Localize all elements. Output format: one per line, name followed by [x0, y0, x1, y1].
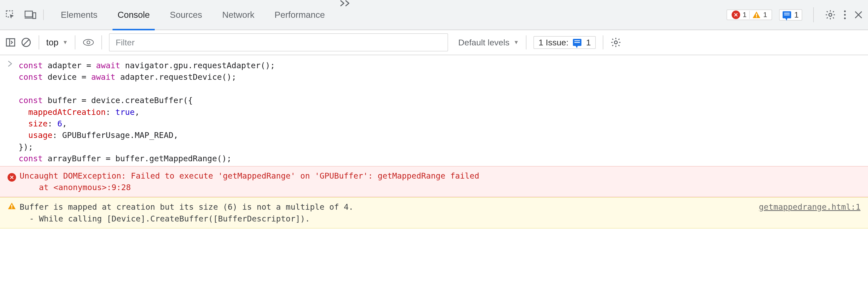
- toggle-sidebar-icon[interactable]: [5, 37, 16, 48]
- execution-context-select[interactable]: top ▼: [46, 37, 68, 47]
- svg-point-7: [844, 10, 846, 12]
- tab-label: Elements: [61, 10, 97, 20]
- svg-rect-18: [11, 207, 12, 208]
- filter-input[interactable]: [109, 33, 448, 52]
- levels-label: Default levels: [458, 38, 509, 47]
- more-tabs-button[interactable]: [335, 0, 356, 30]
- chevron-down-icon: ▼: [63, 39, 68, 46]
- divider: [603, 35, 603, 49]
- devtools-tabbar: Elements Console Sources Network Perform…: [0, 0, 868, 30]
- message-icon: [573, 39, 582, 46]
- console-warning-row[interactable]: Buffer is mapped at creation but its siz…: [0, 197, 868, 229]
- error-line1: Uncaught DOMException: Failed to execute…: [20, 171, 479, 180]
- message-icon: [783, 11, 791, 18]
- svg-rect-4: [756, 13, 757, 16]
- divider: [75, 35, 75, 49]
- log-levels-select[interactable]: Default levels ▼: [458, 38, 519, 47]
- console-prompt-row[interactable]: const adapter = await navigator.gpu.requ…: [0, 60, 868, 166]
- context-label: top: [46, 37, 59, 47]
- tab-performance[interactable]: Performance: [265, 0, 335, 30]
- svg-point-6: [829, 13, 832, 16]
- tab-label: Network: [222, 10, 254, 20]
- svg-line-13: [23, 40, 29, 45]
- settings-icon[interactable]: [825, 9, 836, 20]
- clear-console-icon[interactable]: [21, 37, 32, 48]
- error-icon: [7, 170, 20, 182]
- error-badge-icon: [732, 10, 740, 19]
- tab-sources[interactable]: Sources: [160, 0, 212, 30]
- live-expression-icon[interactable]: [82, 38, 94, 47]
- prompt-chevron-icon: [7, 60, 19, 67]
- inspect-element-icon[interactable]: [5, 9, 16, 20]
- console-body: const adapter = await navigator.gpu.requ…: [0, 55, 868, 229]
- divider: [39, 35, 39, 49]
- divider: [813, 7, 814, 22]
- tabbar-right-group: 1 1 1: [726, 7, 863, 22]
- svg-rect-3: [33, 13, 36, 19]
- device-toolbar-icon[interactable]: [25, 9, 36, 20]
- console-settings-icon[interactable]: [610, 37, 621, 48]
- svg-point-9: [844, 18, 846, 19]
- tab-label: Sources: [170, 10, 202, 20]
- message-counts-pill[interactable]: 1 1: [726, 9, 772, 20]
- tab-network[interactable]: Network: [212, 0, 265, 30]
- svg-point-15: [87, 41, 90, 44]
- issues-count: 1: [586, 38, 591, 47]
- svg-rect-1: [25, 11, 33, 17]
- warning-source-link[interactable]: getmappedrange.html:1: [759, 201, 861, 213]
- warn-line2: - While calling [Device].CreateBuffer([B…: [20, 214, 310, 224]
- divider: [101, 35, 102, 49]
- warning-icon: [7, 201, 20, 210]
- issues-label: 1 Issue:: [538, 38, 568, 47]
- tab-elements[interactable]: Elements: [51, 0, 107, 30]
- info-count-pill[interactable]: 1: [779, 9, 802, 21]
- tab-label: Performance: [275, 10, 325, 20]
- warning-badge-icon: [752, 11, 761, 19]
- kebab-menu-icon[interactable]: [843, 9, 847, 20]
- svg-rect-17: [11, 205, 12, 207]
- svg-point-16: [614, 41, 617, 44]
- console-toolbar: top ▼ Default levels ▼ 1 Issue: 1: [0, 30, 868, 55]
- info-count: 1: [794, 10, 799, 20]
- svg-rect-5: [756, 16, 757, 17]
- tabbar-left-icon-group: [5, 9, 44, 20]
- svg-point-8: [844, 14, 846, 16]
- issues-pill[interactable]: 1 Issue: 1: [533, 36, 596, 49]
- tab-console[interactable]: Console: [107, 0, 160, 30]
- console-error-row[interactable]: Uncaught DOMException: Failed to execute…: [0, 166, 868, 197]
- warning-text: Buffer is mapped at creation but its siz…: [20, 201, 353, 225]
- warn-line1: Buffer is mapped at creation but its siz…: [20, 202, 353, 212]
- console-input-code: const adapter = await navigator.gpu.requ…: [19, 60, 275, 165]
- chevron-down-icon: ▼: [514, 39, 519, 46]
- svg-point-14: [83, 39, 93, 45]
- error-text: Uncaught DOMException: Failed to execute…: [20, 170, 479, 193]
- warning-count: 1: [763, 11, 767, 19]
- divider: [526, 35, 526, 49]
- tab-label: Console: [118, 10, 150, 20]
- svg-rect-10: [6, 39, 15, 46]
- close-icon[interactable]: [854, 10, 863, 19]
- panel-tabs: Elements Console Sources Network Perform…: [51, 0, 356, 30]
- error-count: 1: [743, 11, 747, 19]
- error-line2: at <anonymous>:9:28: [20, 182, 131, 192]
